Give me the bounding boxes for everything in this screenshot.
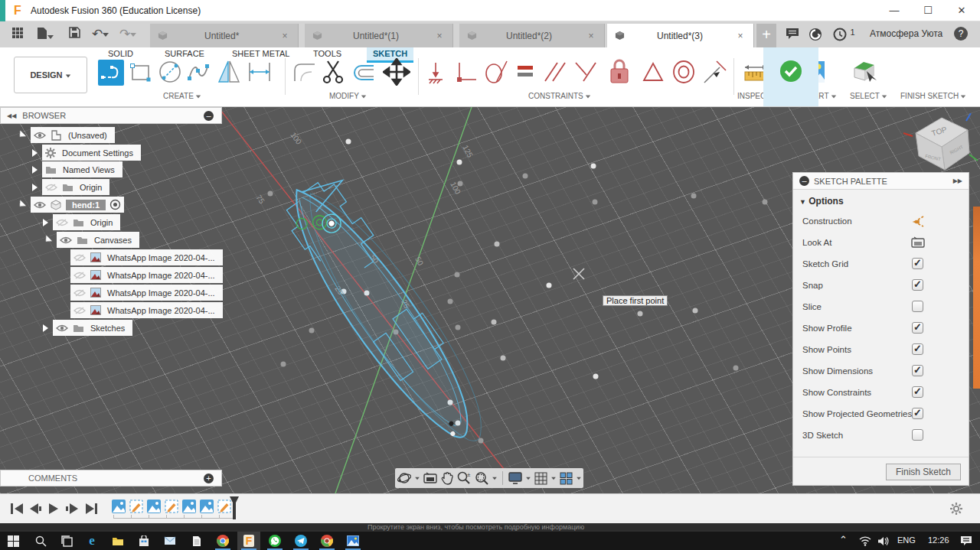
ribbon-tab-tools[interactable]: TOOLS <box>307 47 348 60</box>
notepad-icon[interactable] <box>185 532 208 550</box>
chrome-profile-icon[interactable] <box>315 532 338 550</box>
3d-viewport[interactable]: 75 100 125 100 50 25 25 50 <box>0 107 980 493</box>
coincident-constraint[interactable] <box>426 61 446 87</box>
finish-sketch-palette-button[interactable]: Finish Sketch <box>886 464 961 480</box>
equal-constraint[interactable] <box>516 64 534 81</box>
dimension-tool[interactable] <box>247 61 273 86</box>
offset-tool[interactable] <box>351 63 375 86</box>
task-view-icon[interactable] <box>55 532 78 550</box>
ribbon-tab-surface[interactable]: SURFACE <box>158 47 211 60</box>
construction-line-icon[interactable] <box>910 213 926 230</box>
clock[interactable]: 12:26 <box>928 535 949 545</box>
redo-button[interactable]: ↷ <box>116 27 139 42</box>
expand-palette-icon[interactable]: ▶▶ <box>953 177 962 184</box>
sketch-palette-header[interactable]: – SKETCH PALETTE ▶▶ <box>793 173 969 190</box>
tree-item-sketches[interactable]: Sketches <box>43 320 132 336</box>
tray-chevron-icon[interactable]: ⌃ <box>839 534 848 545</box>
collapsed-arrow-icon[interactable] <box>43 219 48 226</box>
tree-item-canvas-image[interactable]: WhatsApp Image 2020-04-... <box>70 249 223 265</box>
tab-close-icon[interactable]: × <box>434 31 445 41</box>
whatsapp-icon[interactable] <box>263 532 286 550</box>
search-icon[interactable] <box>29 532 52 550</box>
eye-icon[interactable] <box>60 236 72 245</box>
user-name[interactable]: Атмосфера Уюта <box>870 28 942 39</box>
activate-radio-icon[interactable] <box>109 199 121 210</box>
save-button[interactable] <box>66 27 83 42</box>
3d-sketch-checkbox[interactable] <box>912 429 923 441</box>
timeline-canvas-feature[interactable] <box>182 500 196 513</box>
view-cube[interactable]: TOP FRONT RIGHT <box>902 113 978 177</box>
tab-close-icon[interactable]: × <box>279 31 290 41</box>
file-menu-button[interactable] <box>34 27 57 42</box>
photos-app-icon[interactable] <box>341 532 364 550</box>
tree-item-canvas-image[interactable]: WhatsApp Image 2020-04-... <box>70 302 223 318</box>
orbit-icon[interactable] <box>397 470 412 486</box>
collapsed-arrow-icon[interactable] <box>32 184 38 191</box>
symmetry-constraint[interactable] <box>642 61 665 86</box>
timeline-canvas-feature[interactable] <box>200 500 214 513</box>
pan-icon[interactable] <box>440 471 454 486</box>
show-constraints-checkbox[interactable] <box>912 386 923 398</box>
eye-icon[interactable] <box>34 200 46 210</box>
line-tool-active[interactable] <box>98 60 124 89</box>
tree-item-document[interactable]: (Unsaved) <box>17 127 115 143</box>
collapse-palette-icon[interactable]: – <box>799 176 809 186</box>
tree-item-canvas-image[interactable]: WhatsApp Image 2020-04-... <box>70 285 223 301</box>
concentric-constraint[interactable] <box>671 59 697 88</box>
chrome-icon[interactable] <box>211 532 234 550</box>
modify-group-label[interactable]: MODIFY <box>329 92 367 100</box>
midpoint-constraint[interactable] <box>703 60 727 87</box>
wifi-icon[interactable] <box>859 536 871 546</box>
doc-tab-untitled-3-active[interactable]: Untitled*(3) × <box>607 24 754 47</box>
doc-tab-untitled[interactable]: Untitled* × <box>150 24 299 47</box>
timeline-sketch-feature[interactable] <box>129 500 143 513</box>
comments-bar[interactable]: COMMENTS + <box>0 470 222 487</box>
edge-icon[interactable]: e <box>80 532 103 550</box>
timeline-position-marker[interactable] <box>229 496 240 522</box>
show-dimensions-checkbox[interactable] <box>912 365 923 376</box>
select-tool[interactable] <box>851 59 877 88</box>
tangent-constraint[interactable] <box>484 60 508 87</box>
collapsed-arrow-icon[interactable] <box>32 149 38 157</box>
action-center-icon[interactable] <box>960 535 972 546</box>
finish-sketch-group-label[interactable]: FINISH SKETCH <box>900 92 966 100</box>
eye-hidden-icon[interactable] <box>56 218 68 227</box>
doc-tab-untitled-1[interactable]: Untitled*(1) × <box>305 24 453 47</box>
microsoft-store-icon[interactable] <box>132 532 155 550</box>
collapse-tree-icon[interactable]: – <box>204 111 214 121</box>
eye-hidden-icon[interactable] <box>74 306 86 315</box>
zoom-icon[interactable]: ± <box>456 470 472 486</box>
circle-tool[interactable] <box>158 60 182 87</box>
show-projected-geometries-checkbox[interactable] <box>912 408 923 419</box>
tree-item-canvases[interactable]: Canvases <box>43 232 139 248</box>
look-at-icon[interactable] <box>910 236 926 249</box>
ship-hull-sketch[interactable] <box>270 165 509 461</box>
show-profile-checkbox[interactable] <box>912 322 923 334</box>
timeline-gear-icon[interactable] <box>949 502 963 516</box>
tree-item-document-settings[interactable]: Document Settings <box>32 145 141 161</box>
spline-tool[interactable] <box>187 61 210 86</box>
eye-icon[interactable] <box>56 324 68 333</box>
collapsed-arrow-icon[interactable] <box>32 166 38 174</box>
fix-constraint[interactable] <box>608 58 631 89</box>
move-tool[interactable] <box>383 58 410 89</box>
expanded-arrow-icon[interactable] <box>17 200 26 209</box>
horizontal-vertical-constraint[interactable] <box>455 61 478 87</box>
eye-hidden-icon[interactable] <box>74 253 86 262</box>
timeline-playback-controls[interactable] <box>9 502 100 516</box>
ribbon-tab-solid[interactable]: SOLID <box>102 47 139 60</box>
close-button[interactable]: ✕ <box>945 0 978 21</box>
select-group-label[interactable]: SELECT <box>850 92 887 100</box>
app-grid-icon[interactable] <box>9 27 26 42</box>
create-group-label[interactable]: CREATE <box>163 92 201 100</box>
zoom-window-icon[interactable] <box>474 470 489 486</box>
display-dropdown-icon[interactable] <box>526 477 531 480</box>
eye-hidden-icon[interactable] <box>74 271 86 280</box>
tree-item-canvas-image[interactable]: WhatsApp Image 2020-04-... <box>70 267 223 283</box>
help-icon[interactable]: ? <box>954 27 968 41</box>
fillet-tool[interactable] <box>293 61 316 86</box>
viewports-icon[interactable] <box>559 471 573 486</box>
fusion-360-taskbar-icon[interactable]: F <box>237 532 260 550</box>
timeline-canvas-feature[interactable] <box>112 500 126 513</box>
finish-sketch-button[interactable] <box>763 47 818 106</box>
